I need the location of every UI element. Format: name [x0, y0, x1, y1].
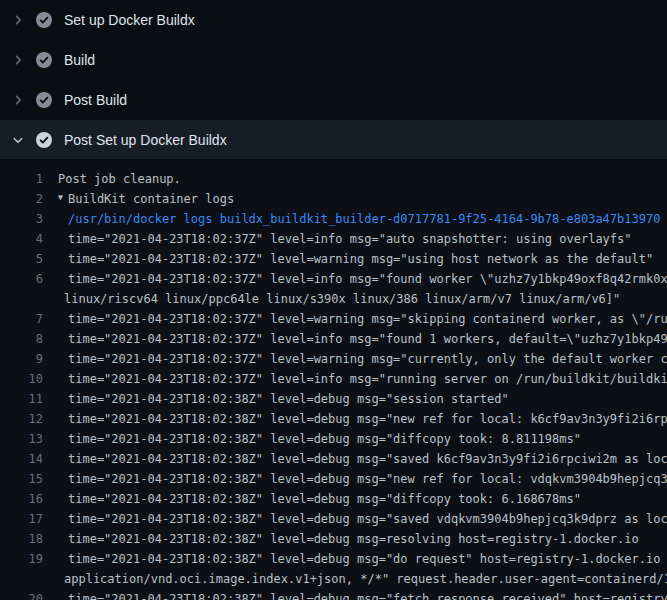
log-text: BuildKit container logs: [68, 189, 234, 209]
log-text: time="2021-04-23T18:02:37Z" level=warnin…: [68, 309, 667, 329]
chevron-right-icon[interactable]: [12, 94, 24, 106]
log-line: 2 ▼BuildKit container logs: [0, 189, 667, 209]
log-line: 13 time="2021-04-23T18:02:38Z" level=deb…: [0, 429, 667, 449]
log-text: time="2021-04-23T18:02:37Z" level=info m…: [68, 269, 667, 289]
log-line: 12 time="2021-04-23T18:02:38Z" level=deb…: [0, 409, 667, 429]
line-number[interactable]: 10: [0, 369, 43, 389]
line-number[interactable]: 20: [0, 589, 43, 600]
steps-list: Set up Docker Buildx Build Post Build Po…: [0, 0, 667, 160]
log-text: time="2021-04-23T18:02:37Z" level=warnin…: [68, 249, 653, 269]
log-text: linux/riscv64 linux/ppc64le linux/s390x …: [64, 289, 620, 309]
line-number[interactable]: 8: [0, 329, 43, 349]
line-number[interactable]: 18: [0, 529, 43, 549]
check-circle-icon: [36, 92, 52, 108]
line-number[interactable]: 3: [0, 209, 43, 229]
line-number[interactable]: 5: [0, 249, 43, 269]
log-line: 1 Post job cleanup.: [0, 169, 667, 189]
log-line: 9 time="2021-04-23T18:02:37Z" level=warn…: [0, 349, 667, 369]
step-label: Set up Docker Buildx: [64, 12, 195, 28]
line-number[interactable]: 6: [0, 269, 43, 289]
log-text: time="2021-04-23T18:02:38Z" level=debug …: [68, 429, 581, 449]
line-number[interactable]: 2: [0, 189, 43, 209]
log-line: 7 time="2021-04-23T18:02:37Z" level=warn…: [0, 309, 667, 329]
line-number[interactable]: 1: [0, 169, 43, 189]
actions-log-viewer: Set up Docker Buildx Build Post Build Po…: [0, 0, 667, 600]
check-circle-icon: [36, 12, 52, 28]
line-number[interactable]: 12: [0, 409, 43, 429]
step-row[interactable]: Post Set up Docker Buildx: [0, 120, 667, 160]
log-text: time="2021-04-23T18:02:38Z" level=debug …: [68, 489, 581, 509]
log-line: 14 time="2021-04-23T18:02:38Z" level=deb…: [0, 449, 667, 469]
line-number[interactable]: 17: [0, 509, 43, 529]
check-circle-icon: [36, 132, 52, 148]
line-number[interactable]: 14: [0, 449, 43, 469]
line-number[interactable]: 9: [0, 349, 43, 369]
log-text: time="2021-04-23T18:02:38Z" level=debug …: [68, 529, 639, 549]
chevron-right-icon[interactable]: [12, 14, 24, 26]
log-area: 1 Post job cleanup. 2 ▼BuildKit containe…: [0, 160, 667, 600]
log-line: 16 time="2021-04-23T18:02:38Z" level=deb…: [0, 489, 667, 509]
line-number[interactable]: 7: [0, 309, 43, 329]
chevron-right-icon[interactable]: [12, 54, 24, 66]
line-number[interactable]: 15: [0, 469, 43, 489]
log-line: 5 time="2021-04-23T18:02:37Z" level=warn…: [0, 249, 667, 269]
log-line: 20 time="2021-04-23T18:02:38Z" level=deb…: [0, 589, 667, 600]
log-line: 10 time="2021-04-23T18:02:37Z" level=inf…: [0, 369, 667, 389]
log-text: time="2021-04-23T18:02:37Z" level=info m…: [68, 329, 667, 349]
step-label: Post Set up Docker Buildx: [64, 132, 227, 148]
step-row[interactable]: Build: [0, 40, 667, 80]
line-number[interactable]: 13: [0, 429, 43, 449]
step-label: Build: [64, 52, 95, 68]
log-text: time="2021-04-23T18:02:37Z" level=info m…: [68, 369, 667, 389]
line-number[interactable]: 11: [0, 389, 43, 409]
log-text: time="2021-04-23T18:02:38Z" level=debug …: [68, 509, 667, 529]
log-line: 19 time="2021-04-23T18:02:38Z" level=deb…: [0, 549, 667, 569]
group-collapse-icon[interactable]: ▼: [58, 188, 68, 208]
step-row[interactable]: Post Build: [0, 80, 667, 120]
log-text: Post job cleanup.: [58, 169, 181, 189]
line-number[interactable]: 19: [0, 549, 43, 569]
command-text: /usr/bin/docker logs buildx_buildkit_bui…: [68, 209, 660, 229]
step-row[interactable]: Set up Docker Buildx: [0, 0, 667, 40]
log-line: 3 /usr/bin/docker logs buildx_buildkit_b…: [0, 209, 667, 229]
log-line: 17 time="2021-04-23T18:02:38Z" level=deb…: [0, 509, 667, 529]
log-line: linux/riscv64 linux/ppc64le linux/s390x …: [0, 289, 667, 309]
log-text: time="2021-04-23T18:02:37Z" level=warnin…: [68, 349, 667, 369]
log-text: application/vnd.oci.image.index.v1+json,…: [64, 569, 667, 589]
log-line: 6 time="2021-04-23T18:02:37Z" level=info…: [0, 269, 667, 289]
log-line: 18 time="2021-04-23T18:02:38Z" level=deb…: [0, 529, 667, 549]
log-line: 15 time="2021-04-23T18:02:38Z" level=deb…: [0, 469, 667, 489]
log-text: time="2021-04-23T18:02:38Z" level=debug …: [68, 469, 667, 489]
log-text: time="2021-04-23T18:02:38Z" level=debug …: [68, 389, 509, 409]
log-line: 8 time="2021-04-23T18:02:37Z" level=info…: [0, 329, 667, 349]
log-text: time="2021-04-23T18:02:38Z" level=debug …: [68, 589, 667, 600]
log-text: time="2021-04-23T18:02:37Z" level=info m…: [68, 229, 632, 249]
log-text: time="2021-04-23T18:02:38Z" level=debug …: [68, 409, 667, 429]
log-text: time="2021-04-23T18:02:38Z" level=debug …: [68, 549, 667, 569]
line-number[interactable]: 4: [0, 229, 43, 249]
line-number: [0, 569, 43, 589]
log-line: application/vnd.oci.image.index.v1+json,…: [0, 569, 667, 589]
check-circle-icon: [36, 52, 52, 68]
chevron-down-icon[interactable]: [12, 134, 24, 146]
line-number[interactable]: 16: [0, 489, 43, 509]
step-label: Post Build: [64, 92, 127, 108]
log-line: 4 time="2021-04-23T18:02:37Z" level=info…: [0, 229, 667, 249]
log-text: time="2021-04-23T18:02:38Z" level=debug …: [68, 449, 667, 469]
log-line: 11 time="2021-04-23T18:02:38Z" level=deb…: [0, 389, 667, 409]
line-number: [0, 289, 43, 309]
